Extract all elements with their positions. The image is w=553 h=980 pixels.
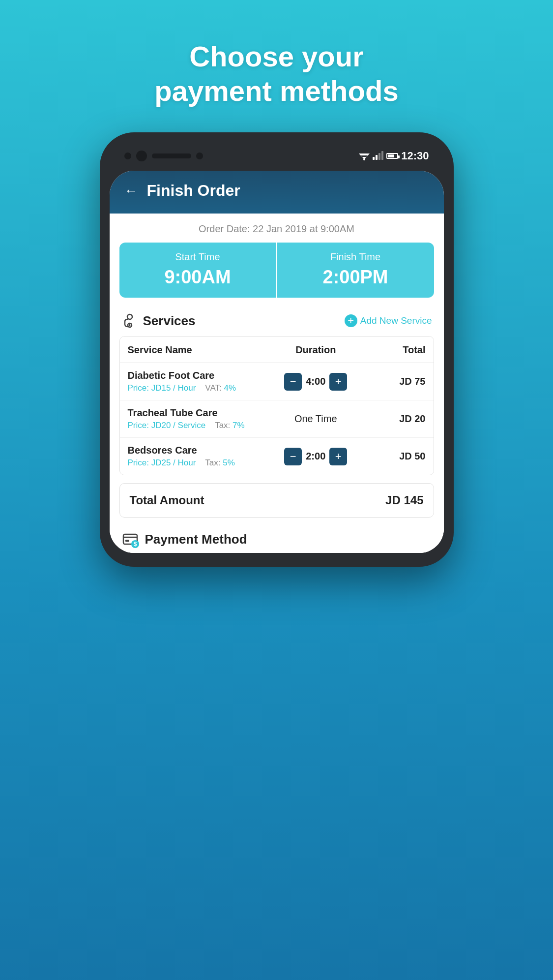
service-price-1: Price: JD15 / Hour VAT: 4%	[128, 383, 269, 393]
increment-button-3[interactable]: +	[329, 448, 347, 465]
price-value-1: JD15 / Hour	[151, 383, 196, 393]
table-row: Bedsores Care Price: JD25 / Hour Tax: 5%…	[120, 438, 434, 475]
svg-text:$: $	[133, 541, 137, 548]
add-icon: +	[345, 314, 357, 327]
start-time-cell: Start Time 9:00AM	[119, 243, 277, 298]
total-cell-1: JD 75	[363, 376, 426, 387]
vat-value-2: 7%	[233, 421, 245, 430]
svg-point-3	[363, 158, 365, 160]
vat-value-3: 5%	[223, 458, 235, 467]
app-content: Order Date: 22 Jan 2019 at 9:00AM Start …	[110, 214, 444, 553]
battery-fill	[388, 154, 394, 157]
decrement-button-1[interactable]: −	[284, 373, 302, 391]
services-table: Service Name Duration Total Diabetic Foo…	[119, 336, 434, 475]
service-info-2: Tracheal Tube Care Price: JD20 / Service…	[128, 407, 269, 430]
payment-icon: $	[121, 530, 139, 548]
duration-value-3: 2:00	[306, 451, 325, 462]
start-time-value: 9:00AM	[124, 267, 271, 288]
back-button[interactable]: ←	[124, 183, 138, 199]
battery-icon	[386, 153, 398, 159]
phone-top-bar: 12:30	[110, 146, 444, 166]
add-service-label: Add New Service	[360, 315, 432, 326]
col-total-header: Total	[363, 344, 426, 356]
payment-method-title: Payment Method	[145, 532, 247, 547]
service-price-3: Price: JD25 / Hour Tax: 5%	[128, 458, 269, 468]
wifi-icon	[359, 152, 370, 160]
total-amount-label: Total Amount	[130, 493, 204, 507]
price-value-2: JD20 / Service	[151, 421, 206, 430]
service-name-2: Tracheal Tube Care	[128, 407, 269, 419]
service-info-3: Bedsores Care Price: JD25 / Hour Tax: 5%	[128, 445, 269, 468]
duration-cell-2: One Time	[269, 413, 363, 425]
svg-point-4	[127, 314, 132, 319]
order-date: Order Date: 22 Jan 2019 at 9:00AM	[110, 214, 444, 243]
finish-time-value: 2:00PM	[282, 267, 429, 288]
decrement-button-3[interactable]: −	[284, 448, 302, 465]
phone-shell: 12:30 ← Finish Order Order Date: 22 Jan …	[100, 132, 454, 567]
total-cell-3: JD 50	[363, 451, 426, 462]
speaker-bar	[152, 153, 191, 158]
services-left: Services	[121, 312, 196, 329]
total-amount-row: Total Amount JD 145	[119, 483, 434, 518]
start-time-label: Start Time	[124, 251, 271, 263]
svg-point-6	[129, 325, 130, 326]
table-row: Diabetic Foot Care Price: JD15 / Hour VA…	[120, 363, 434, 400]
services-title: Services	[143, 313, 196, 329]
table-header: Service Name Duration Total	[120, 337, 434, 363]
service-name-3: Bedsores Care	[128, 445, 269, 456]
add-service-button[interactable]: + Add New Service	[345, 314, 432, 327]
duration-cell-3: − 2:00 +	[269, 448, 363, 465]
service-name-1: Diabetic Foot Care	[128, 370, 269, 381]
col-duration-header: Duration	[269, 344, 363, 356]
price-value-3: JD25 / Hour	[151, 458, 196, 467]
table-row: Tracheal Tube Care Price: JD20 / Service…	[120, 400, 434, 438]
finish-time-label: Finish Time	[282, 251, 429, 263]
total-cell-2: JD 20	[363, 413, 426, 425]
hero-section: Choose your payment methods	[154, 39, 398, 108]
phone-screen: ← Finish Order Order Date: 22 Jan 2019 a…	[110, 171, 444, 553]
camera-area	[124, 151, 203, 161]
app-header: ← Finish Order	[110, 171, 444, 214]
camera-front	[136, 151, 147, 161]
duration-cell-1: − 4:00 +	[269, 373, 363, 391]
status-time: 12:30	[401, 150, 429, 162]
service-price-2: Price: JD20 / Service Tax: 7%	[128, 421, 269, 430]
services-header: Services + Add New Service	[110, 307, 444, 336]
stethoscope-icon	[121, 312, 138, 329]
service-info-1: Diabetic Foot Care Price: JD15 / Hour VA…	[128, 370, 269, 393]
camera-dot-2	[196, 153, 203, 159]
duration-value-1: 4:00	[306, 376, 325, 387]
signal-icon	[373, 152, 383, 160]
finish-time-cell: Finish Time 2:00PM	[277, 243, 434, 298]
app-title: Finish Order	[147, 182, 240, 200]
col-name-header: Service Name	[128, 344, 269, 356]
increment-button-1[interactable]: +	[329, 373, 347, 391]
payment-section: $ Payment Method	[110, 525, 444, 553]
svg-rect-8	[125, 540, 129, 542]
camera-dot-1	[124, 153, 131, 159]
duration-text-2: One Time	[294, 413, 337, 425]
vat-value-1: 4%	[224, 383, 236, 393]
total-amount-value: JD 145	[385, 493, 423, 507]
hero-title: Choose your payment methods	[154, 39, 398, 108]
status-bar: 12:30	[359, 150, 429, 162]
time-grid: Start Time 9:00AM Finish Time 2:00PM	[119, 243, 434, 298]
